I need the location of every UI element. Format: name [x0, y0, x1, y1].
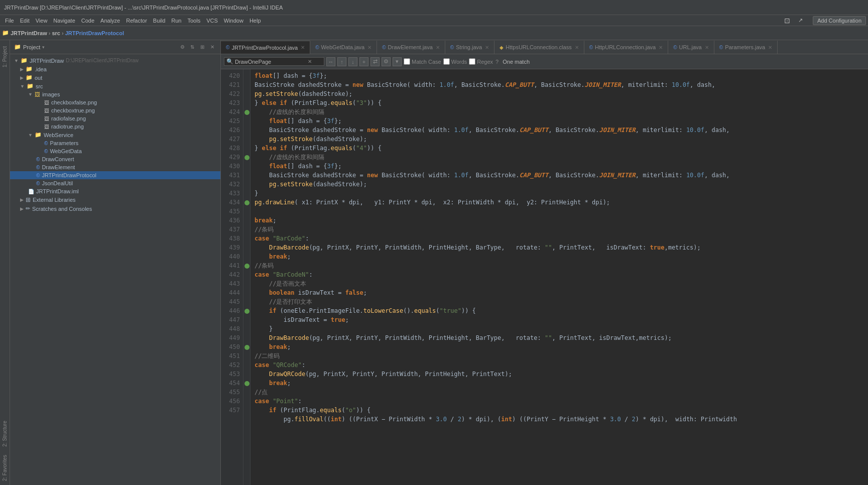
- tree-checkboxtrue[interactable]: 🖼 checkboxtrue.png: [10, 106, 220, 114]
- tab-java-icon: ©: [226, 45, 229, 50]
- regex-checkbox[interactable]: [469, 58, 475, 65]
- tab-close-btn4[interactable]: ✕: [485, 45, 489, 50]
- words-checkbox-wrap[interactable]: Words: [443, 58, 467, 65]
- menu-window[interactable]: Window: [221, 17, 246, 25]
- search-replace-btn[interactable]: ⇄: [370, 57, 380, 66]
- tab-close-btn7[interactable]: ✕: [705, 45, 709, 50]
- project-panel-header: 📁 Project ▾ ⚙ ⇅ ⊞ ✕: [10, 40, 220, 54]
- menu-navigate[interactable]: Navigate: [50, 17, 78, 25]
- match-case-label: Match Case: [412, 59, 441, 65]
- project-name: JRTPrintDraw: [11, 30, 47, 36]
- menu-tools[interactable]: Tools: [184, 17, 203, 25]
- tree-jrtprintdrawprotocol[interactable]: © JRTPrintDrawProtocol: [10, 171, 220, 179]
- menu-run[interactable]: Run: [168, 17, 184, 25]
- tree-root[interactable]: ▼ 📁 JRTPrintDraw D:\JREPlan\Client\JRTPr…: [10, 56, 220, 65]
- chevron-down-images: ▼: [28, 92, 33, 97]
- tree-checkboxfalse[interactable]: 🖼 checkboxfalse.png: [10, 98, 220, 106]
- search-filter-btn[interactable]: +: [359, 57, 368, 66]
- code-content[interactable]: float[] dash = {3f}; BasicStroke dashedS…: [251, 69, 868, 485]
- tree-webgetdata[interactable]: © WebGetData: [10, 147, 220, 155]
- tab-close-btn6[interactable]: ✕: [659, 45, 663, 50]
- tree-images[interactable]: ▼ 🖼 images: [10, 90, 220, 98]
- favorites-tab[interactable]: 2: Favorites: [1, 451, 9, 485]
- menu-vcs[interactable]: VCS: [203, 17, 221, 25]
- tab-close-btn[interactable]: ✕: [301, 45, 305, 50]
- tab-java-icon7: ©: [719, 45, 723, 50]
- webservice-label: WebService: [44, 132, 73, 138]
- menu-refactor[interactable]: Refactor: [123, 17, 150, 25]
- search-prev-occurrence-btn[interactable]: ↔: [326, 57, 335, 66]
- gutter-marker-444: [244, 309, 250, 314]
- tab-http[interactable]: © HttpURLConnection.java ✕: [584, 41, 668, 54]
- drawelement-label: DrawElement: [42, 164, 75, 170]
- tab-class-icon: ◆: [500, 45, 504, 50]
- tree-external-libs[interactable]: ▶ ⊞ External Libraries: [10, 195, 220, 204]
- gear-icon-btn[interactable]: ⚙: [178, 43, 186, 51]
- search-options-btn[interactable]: ⚙: [382, 57, 391, 66]
- regex-checkbox-wrap[interactable]: Regex ?: [469, 58, 499, 65]
- panel-dropdown: ▾: [42, 45, 45, 50]
- tree-radiofalse[interactable]: 🖼 radiofalse.png: [10, 114, 220, 123]
- search-input[interactable]: [235, 59, 305, 65]
- add-configuration-button[interactable]: Add Configuration: [813, 16, 866, 25]
- out-folder-icon: 📁: [26, 74, 33, 81]
- menu-help[interactable]: Help: [246, 17, 264, 25]
- tree-drawelement[interactable]: © DrawElement: [10, 163, 220, 171]
- project-breadcrumb-name: 📁 JRTPrintDraw › src › JRTPrintDrawProto…: [2, 30, 124, 36]
- match-case-checkbox[interactable]: [404, 58, 410, 65]
- tab-https[interactable]: ◆ HttpsURLConnection.class ✕: [494, 41, 584, 54]
- tab-webgetdata[interactable]: © WebGetData.java ✕: [310, 41, 377, 54]
- png-icon2: 🖼: [44, 108, 49, 113]
- ws-folder-icon: 📁: [35, 132, 42, 138]
- sort-icon-btn[interactable]: ⇅: [188, 43, 196, 51]
- tree-idea[interactable]: ▶ 📁 .idea: [10, 65, 220, 73]
- jsondealutil-label: JsonDealUtil: [42, 180, 73, 186]
- drawconvert-label: DrawConvert: [42, 156, 74, 162]
- java-icon-de: ©: [36, 165, 40, 170]
- tree-webservice[interactable]: ▼ 📁 WebService: [10, 131, 220, 139]
- menu-analyze[interactable]: Analyze: [97, 17, 123, 25]
- menu-build[interactable]: Build: [150, 17, 168, 25]
- ext-icon: ⊞: [26, 196, 31, 203]
- root-path: D:\JREPlan\Client\JRTPrintDraw: [66, 58, 139, 63]
- words-checkbox[interactable]: [443, 58, 450, 65]
- tree-iml[interactable]: 📄 JRTPrintDraw.iml: [10, 187, 220, 195]
- tab-string[interactable]: © String.java ✕: [445, 41, 494, 54]
- tab-close-btn8[interactable]: ✕: [768, 45, 772, 50]
- project-panel: 📁 Project ▾ ⚙ ⇅ ⊞ ✕ ▼ 📁 JRTPrintDraw D:\…: [10, 40, 221, 485]
- tree-drawconvert[interactable]: © DrawConvert: [10, 155, 220, 163]
- tab-label5: HttpsURLConnection.class: [506, 44, 571, 50]
- tree-jsondealutil[interactable]: © JsonDealUtil: [10, 179, 220, 187]
- chevron-down-src: ▼: [20, 84, 25, 89]
- tab-java-icon2: ©: [315, 45, 319, 50]
- root-folder-icon: 📁: [21, 57, 28, 64]
- search-prev-btn[interactable]: ↑: [337, 57, 346, 66]
- tree-radiotrue[interactable]: 🖼 radiotrue.png: [10, 123, 220, 131]
- tab-url[interactable]: © URL.java ✕: [668, 41, 714, 54]
- project-tab[interactable]: 1: Project: [1, 42, 9, 71]
- tree-src[interactable]: ▼ 📁 src: [10, 82, 220, 90]
- expand-icon-btn[interactable]: ⊞: [198, 43, 206, 51]
- search-clear-btn[interactable]: ✕: [307, 58, 313, 65]
- tab-close-btn5[interactable]: ✕: [575, 45, 579, 50]
- close-panel-btn[interactable]: ✕: [208, 43, 216, 51]
- tab-parameters[interactable]: © Parameters.java ✕: [714, 41, 778, 54]
- search-next-btn[interactable]: ↓: [348, 57, 357, 66]
- structure-tab[interactable]: 2: Structure: [1, 417, 9, 451]
- match-case-checkbox-wrap[interactable]: Match Case: [404, 58, 441, 65]
- iml-label: JRTPrintDraw.iml: [36, 188, 79, 194]
- tree-out[interactable]: ▶ 📁 out: [10, 73, 220, 82]
- tree-parameters[interactable]: © Parameters: [10, 139, 220, 147]
- tab-drawelement[interactable]: © DrawElement.java ✕: [377, 41, 445, 54]
- tab-close-btn3[interactable]: ✕: [436, 45, 440, 50]
- search-filter2-btn[interactable]: ▾: [393, 57, 402, 66]
- menu-edit[interactable]: Edit: [17, 17, 33, 25]
- menu-code[interactable]: Code: [78, 17, 97, 25]
- java-icon-jrt: ©: [36, 173, 40, 178]
- menu-view[interactable]: View: [33, 17, 51, 25]
- tab-close-btn2[interactable]: ✕: [367, 45, 371, 50]
- menu-file[interactable]: File: [2, 17, 17, 25]
- iml-icon: 📄: [28, 189, 34, 194]
- tab-jrtprintdrawprotocol[interactable]: © JRTPrintDrawProtocol.java ✕: [221, 41, 310, 54]
- tree-scratches[interactable]: ▶ ✏ Scratches and Consoles: [10, 204, 220, 213]
